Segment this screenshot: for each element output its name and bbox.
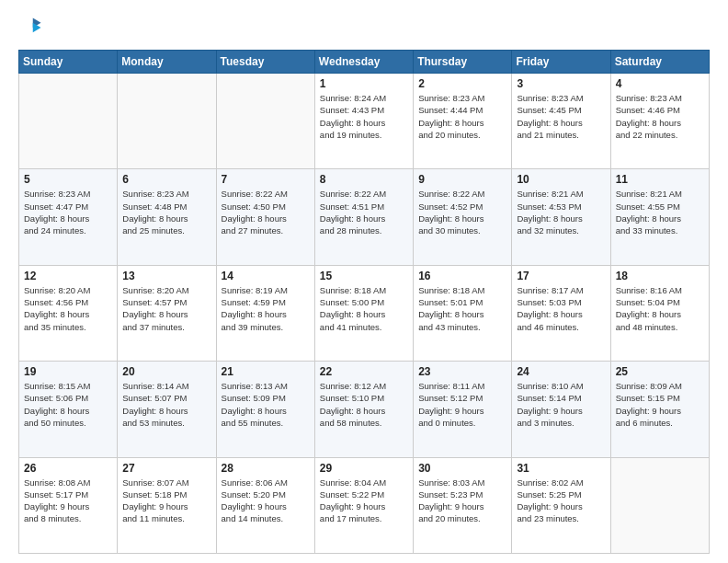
day-info: Sunrise: 8:22 AM Sunset: 4:52 PM Dayligh… xyxy=(418,188,506,236)
weekday-header-wednesday: Wednesday xyxy=(314,51,413,74)
day-number: 6 xyxy=(122,173,210,186)
page: SundayMondayTuesdayWednesdayThursdayFrid… xyxy=(0,0,728,563)
day-number: 13 xyxy=(122,270,210,282)
calendar-cell: 29Sunrise: 8:04 AM Sunset: 5:22 PM Dayli… xyxy=(314,457,413,553)
day-info: Sunrise: 8:09 AM Sunset: 5:15 PM Dayligh… xyxy=(616,380,704,429)
day-info: Sunrise: 8:20 AM Sunset: 4:56 PM Dayligh… xyxy=(24,284,112,333)
day-info: Sunrise: 8:23 AM Sunset: 4:45 PM Dayligh… xyxy=(517,92,605,141)
day-info: Sunrise: 8:11 AM Sunset: 5:12 PM Dayligh… xyxy=(418,380,506,429)
day-info: Sunrise: 8:07 AM Sunset: 5:18 PM Dayligh… xyxy=(122,477,210,525)
day-info: Sunrise: 8:06 AM Sunset: 5:20 PM Dayligh… xyxy=(222,477,310,525)
calendar-cell: 10Sunrise: 8:21 AM Sunset: 4:53 PM Dayli… xyxy=(512,169,610,265)
calendar-cell: 30Sunrise: 8:03 AM Sunset: 5:23 PM Dayli… xyxy=(414,457,512,553)
day-info: Sunrise: 8:24 AM Sunset: 4:43 PM Dayligh… xyxy=(320,92,408,141)
calendar-cell: 2Sunrise: 8:23 AM Sunset: 4:44 PM Daylig… xyxy=(414,74,512,169)
day-number: 9 xyxy=(418,173,506,186)
weekday-header-tuesday: Tuesday xyxy=(216,51,314,74)
day-info: Sunrise: 8:10 AM Sunset: 5:14 PM Dayligh… xyxy=(517,380,605,429)
calendar-cell: 6Sunrise: 8:23 AM Sunset: 4:48 PM Daylig… xyxy=(118,169,216,265)
calendar-cell: 1Sunrise: 8:24 AM Sunset: 4:43 PM Daylig… xyxy=(314,74,413,169)
day-info: Sunrise: 8:13 AM Sunset: 5:09 PM Dayligh… xyxy=(222,380,310,429)
day-number: 8 xyxy=(320,173,408,186)
day-number: 31 xyxy=(517,462,605,475)
calendar-cell: 23Sunrise: 8:11 AM Sunset: 5:12 PM Dayli… xyxy=(414,362,512,457)
day-number: 16 xyxy=(418,270,506,282)
day-info: Sunrise: 8:20 AM Sunset: 4:57 PM Dayligh… xyxy=(122,284,210,333)
week-row-3: 12Sunrise: 8:20 AM Sunset: 4:56 PM Dayli… xyxy=(19,265,710,361)
day-info: Sunrise: 8:23 AM Sunset: 4:47 PM Dayligh… xyxy=(24,188,112,236)
calendar-cell: 22Sunrise: 8:12 AM Sunset: 5:10 PM Dayli… xyxy=(314,362,413,457)
day-info: Sunrise: 8:16 AM Sunset: 5:04 PM Dayligh… xyxy=(616,284,704,333)
logo xyxy=(18,15,48,40)
calendar-cell xyxy=(610,457,709,553)
calendar-cell: 21Sunrise: 8:13 AM Sunset: 5:09 PM Dayli… xyxy=(216,362,314,457)
calendar-cell: 27Sunrise: 8:07 AM Sunset: 5:18 PM Dayli… xyxy=(118,457,216,553)
calendar-cell xyxy=(19,74,118,169)
day-info: Sunrise: 8:12 AM Sunset: 5:10 PM Dayligh… xyxy=(320,380,408,429)
day-info: Sunrise: 8:08 AM Sunset: 5:17 PM Dayligh… xyxy=(24,477,112,525)
day-number: 30 xyxy=(418,462,506,475)
calendar-cell: 28Sunrise: 8:06 AM Sunset: 5:20 PM Dayli… xyxy=(216,457,314,553)
day-number: 24 xyxy=(517,365,605,378)
calendar-cell: 17Sunrise: 8:17 AM Sunset: 5:03 PM Dayli… xyxy=(512,265,610,361)
logo-icon xyxy=(18,15,44,40)
day-number: 5 xyxy=(24,173,112,186)
day-info: Sunrise: 8:03 AM Sunset: 5:23 PM Dayligh… xyxy=(418,477,506,525)
day-number: 22 xyxy=(320,365,408,378)
day-number: 23 xyxy=(418,365,506,378)
day-number: 10 xyxy=(517,173,605,186)
day-info: Sunrise: 8:23 AM Sunset: 4:44 PM Dayligh… xyxy=(418,92,506,141)
day-number: 29 xyxy=(320,462,408,475)
day-info: Sunrise: 8:22 AM Sunset: 4:51 PM Dayligh… xyxy=(320,188,408,236)
week-row-1: 1Sunrise: 8:24 AM Sunset: 4:43 PM Daylig… xyxy=(19,74,710,169)
day-number: 15 xyxy=(320,270,408,282)
calendar-cell: 12Sunrise: 8:20 AM Sunset: 4:56 PM Dayli… xyxy=(19,265,118,361)
day-number: 14 xyxy=(222,270,310,282)
day-number: 27 xyxy=(122,462,210,475)
day-number: 12 xyxy=(24,270,112,282)
day-number: 1 xyxy=(320,77,408,90)
day-info: Sunrise: 8:23 AM Sunset: 4:48 PM Dayligh… xyxy=(122,188,210,236)
day-number: 26 xyxy=(24,462,112,475)
weekday-header-sunday: Sunday xyxy=(19,51,118,74)
day-info: Sunrise: 8:22 AM Sunset: 4:50 PM Dayligh… xyxy=(222,188,310,236)
day-info: Sunrise: 8:15 AM Sunset: 5:06 PM Dayligh… xyxy=(24,380,112,429)
weekday-header-thursday: Thursday xyxy=(414,51,512,74)
day-number: 17 xyxy=(517,270,605,282)
day-info: Sunrise: 8:04 AM Sunset: 5:22 PM Dayligh… xyxy=(320,477,408,525)
calendar-cell: 20Sunrise: 8:14 AM Sunset: 5:07 PM Dayli… xyxy=(118,362,216,457)
calendar-cell: 7Sunrise: 8:22 AM Sunset: 4:50 PM Daylig… xyxy=(216,169,314,265)
calendar-cell: 15Sunrise: 8:18 AM Sunset: 5:00 PM Dayli… xyxy=(314,265,413,361)
calendar: SundayMondayTuesdayWednesdayThursdayFrid… xyxy=(18,50,710,554)
day-number: 19 xyxy=(24,365,112,378)
calendar-cell: 11Sunrise: 8:21 AM Sunset: 4:55 PM Dayli… xyxy=(610,169,709,265)
day-info: Sunrise: 8:23 AM Sunset: 4:46 PM Dayligh… xyxy=(616,92,704,141)
day-info: Sunrise: 8:18 AM Sunset: 5:00 PM Dayligh… xyxy=(320,284,408,333)
calendar-cell: 4Sunrise: 8:23 AM Sunset: 4:46 PM Daylig… xyxy=(610,74,709,169)
calendar-cell: 31Sunrise: 8:02 AM Sunset: 5:25 PM Dayli… xyxy=(512,457,610,553)
calendar-cell xyxy=(216,74,314,169)
day-info: Sunrise: 8:14 AM Sunset: 5:07 PM Dayligh… xyxy=(122,380,210,429)
weekday-header-friday: Friday xyxy=(512,51,610,74)
day-number: 11 xyxy=(616,173,704,186)
weekday-header-monday: Monday xyxy=(118,51,216,74)
day-info: Sunrise: 8:18 AM Sunset: 5:01 PM Dayligh… xyxy=(418,284,506,333)
day-number: 4 xyxy=(616,77,704,90)
calendar-cell: 26Sunrise: 8:08 AM Sunset: 5:17 PM Dayli… xyxy=(19,457,118,553)
day-number: 20 xyxy=(122,365,210,378)
week-row-2: 5Sunrise: 8:23 AM Sunset: 4:47 PM Daylig… xyxy=(19,169,710,265)
day-number: 18 xyxy=(616,270,704,282)
day-number: 21 xyxy=(222,365,310,378)
day-info: Sunrise: 8:21 AM Sunset: 4:53 PM Dayligh… xyxy=(517,188,605,236)
week-row-4: 19Sunrise: 8:15 AM Sunset: 5:06 PM Dayli… xyxy=(19,362,710,457)
weekday-header-row: SundayMondayTuesdayWednesdayThursdayFrid… xyxy=(19,51,710,74)
calendar-cell: 19Sunrise: 8:15 AM Sunset: 5:06 PM Dayli… xyxy=(19,362,118,457)
calendar-cell: 8Sunrise: 8:22 AM Sunset: 4:51 PM Daylig… xyxy=(314,169,413,265)
day-info: Sunrise: 8:21 AM Sunset: 4:55 PM Dayligh… xyxy=(616,188,704,236)
calendar-cell: 25Sunrise: 8:09 AM Sunset: 5:15 PM Dayli… xyxy=(610,362,709,457)
day-info: Sunrise: 8:02 AM Sunset: 5:25 PM Dayligh… xyxy=(517,477,605,525)
calendar-cell: 24Sunrise: 8:10 AM Sunset: 5:14 PM Dayli… xyxy=(512,362,610,457)
calendar-cell: 5Sunrise: 8:23 AM Sunset: 4:47 PM Daylig… xyxy=(19,169,118,265)
day-number: 3 xyxy=(517,77,605,90)
day-number: 7 xyxy=(222,173,310,186)
